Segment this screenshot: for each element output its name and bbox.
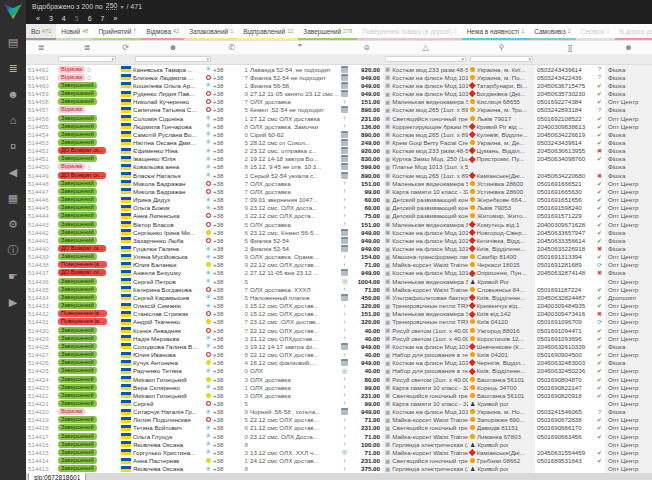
order-row[interactable]: 514454ЗавершенийСамотій Руслана Во...✳+3…: [26, 130, 652, 138]
order-row[interactable]: 514442ЗавершенийСергіюнко Ірина Ми...+38…: [26, 228, 652, 236]
tab-Відмова[interactable]: Відмова42: [141, 24, 184, 40]
statistics-icon[interactable]: ▦: [0, 185, 26, 211]
announcements-icon[interactable]: ◀: [0, 159, 26, 185]
order-row[interactable]: 514431Повернення (в...Андрій Ткаченко+38…: [26, 318, 652, 326]
order-row[interactable]: 514440ДО Возврат ск...Гуцалюк Галина✳+38…: [26, 244, 652, 252]
orders-icon[interactable]: ≣: [0, 55, 26, 81]
column-client-header[interactable]: ☻: [133, 41, 213, 54]
order-row[interactable]: 514451ЗавершенийІващенко Юлія✳+38219.12 …: [26, 155, 652, 163]
order-row[interactable]: 514415ЗавершенийГоргулько Христина...✳+3…: [26, 448, 652, 456]
order-row[interactable]: 514459ЗавершенийРуденко Лидия Пав...+389…: [26, 89, 652, 97]
order-row[interactable]: 514425ЗавершенийРадченко Тетяна✳+380ОЛХ◎…: [26, 367, 652, 375]
order-row[interactable]: 514419ЗавершенийЛилия Подолинская+38522.…: [26, 416, 652, 424]
order-row[interactable]: 514460ЗавершенийКошелева Ольга Ар...✳+38…: [26, 81, 652, 89]
order-row[interactable]: 514448ЗавершенийМикола Бадражан+387ОЛХ д…: [26, 179, 652, 187]
tab-Відправлений[interactable]: Відправлений12: [238, 24, 298, 40]
column-address-header[interactable]: ⚲: [468, 41, 535, 54]
column-status-header-filter-input[interactable]: ▾: [58, 56, 116, 62]
order-row[interactable]: 514445ЗавершенийОльга Божик✳+38923.12 см…: [26, 204, 652, 212]
address-text: Київ 04120: [477, 318, 508, 325]
tab-Сервіси[interactable]: Сервіси0: [576, 24, 615, 40]
column-client-header-filter-input[interactable]: ▾: [135, 56, 211, 62]
page-number[interactable]: 5: [75, 15, 79, 22]
settings-icon[interactable]: ⚙: [0, 211, 26, 237]
order-row[interactable]: 514424ЗавершенийМихаил Гилецький+383ОЛХ …: [26, 375, 652, 383]
column-call-header[interactable]: ⟳: [118, 41, 133, 54]
tab-Запакований[interactable]: Запакований1: [184, 24, 238, 40]
order-row[interactable]: 514452ДО Возврат ск...Єфименко Ніна✳+382…: [26, 147, 652, 155]
order-row[interactable]: 514428ЗавершенийСолодкова Галина В...✳+3…: [26, 342, 652, 350]
tab-Нема в наявності[interactable]: Нема в наявності1: [462, 24, 530, 40]
order-row[interactable]: 514446ЗавершенийИрина Дидух✳+38709.01 зв…: [26, 196, 652, 204]
tab-Завершений[interactable]: Завершений278: [298, 24, 357, 40]
column-products-header-filter-input[interactable]: ▾: [385, 56, 466, 62]
pager-nav-icon[interactable]: »: [113, 15, 117, 22]
order-row[interactable]: 514441ЗавершенийЗахарченко Люба+385Фиалк…: [26, 236, 652, 244]
tab-В дорозі додому[interactable]: В дорозі додому0: [615, 24, 652, 40]
store-icon[interactable]: ⌂: [0, 107, 26, 133]
column-id-header[interactable]: ≣: [26, 41, 56, 54]
order-row[interactable]: 514436ЗавершенийСергей Петров✳+385◎1004.…: [26, 277, 652, 285]
order-row[interactable]: 514426ЗавершенийКучук Антонина+38416.12 …: [26, 359, 652, 367]
order-status-cell: Повернення (в...: [56, 318, 118, 326]
order-row[interactable]: 514417ЗавершенийОльга Глущук✳+38023.12 с…: [26, 432, 652, 440]
order-row[interactable]: 514420ВідмоваСитарчук Наталія Гр...✳+389…: [26, 408, 652, 416]
order-row[interactable]: 514434ЗавершенийСергей Карамышев✳+385Нал…: [26, 293, 652, 301]
page-number[interactable]: 4: [62, 15, 66, 22]
order-row[interactable]: 514449ДО Возврат ск...Власюк Наталья✳+38…: [26, 171, 652, 179]
page-number[interactable]: 3: [49, 15, 53, 22]
order-row[interactable]: 514457ВідмоваСапегина Татьяна С...+385Ке…: [26, 106, 652, 114]
column-comment-header[interactable]: ❞: [250, 41, 350, 54]
column-products-header[interactable]: △: [383, 41, 468, 54]
column-status-header[interactable]: ≣: [56, 41, 118, 54]
support-icon[interactable]: ☛: [0, 263, 26, 289]
order-row[interactable]: 514443ЗавершенийВіктор Власов+385ОЛХ дос…: [26, 220, 652, 228]
column-manager-header[interactable]: ☻: [605, 41, 652, 54]
order-row[interactable]: 514429ЗавершенийНадія Мерзаєва✳+38321.12…: [26, 334, 652, 342]
order-row[interactable]: 514437ДО Возврат ск...Анжела Безушку✳+38…: [26, 269, 652, 277]
order-row[interactable]: 514447ЗавершенийМикола Бадражан+387ОЛХ д…: [26, 187, 652, 195]
clients-icon[interactable]: ☻: [0, 81, 26, 107]
order-row[interactable]: 514458ЗавершенийНиколай Кучеренко+387ОЛХ…: [26, 98, 652, 106]
column-ttn-header[interactable]: ][: [535, 41, 605, 54]
order-row[interactable]: 514421ЗавершенийСергей+385↑99.00▣Карта п…: [26, 399, 652, 407]
tab-Всі[interactable]: Всі471: [26, 24, 56, 40]
order-row[interactable]: 514455ЗавершенийЛюдмила Гончарова✳+388ОЛ…: [26, 122, 652, 130]
order-row[interactable]: 514416ЗавершенийЯковлева Оксана✳+388↑100…: [26, 440, 652, 448]
tab-Прийнятий[interactable]: Прийнятий7: [93, 24, 141, 40]
page-number[interactable]: 7: [101, 15, 105, 22]
order-row[interactable]: 514432Повернення (в...Станіслав Стрижак+…: [26, 310, 652, 318]
tab-Повернення товару (в дорозі)[interactable]: Повернення товару (в дорозі)0: [357, 24, 461, 40]
order-row[interactable]: 514450Відмова◷Ковальова анна✳+38815.12. …: [26, 163, 652, 171]
order-row[interactable]: 514433ЗавершенийОлексій Семанін✳+38315.1…: [26, 302, 652, 310]
order-row[interactable]: 514461Відмова◷Близнюк Людмила ...+387Фиа…: [26, 73, 652, 81]
column-payment-header[interactable]: ⊜: [350, 41, 383, 54]
order-row[interactable]: 514422ЗавершенийМихаил Гилецький+383ОЛХ …: [26, 391, 652, 399]
column-phone-header[interactable]: ✆: [213, 41, 250, 54]
order-row[interactable]: 514423ЗавершенийВера Скляренко✳+381ОЛХ д…: [26, 383, 652, 391]
column-call-header-filter: [118, 55, 133, 64]
order-row[interactable]: 514444ЗавершенийАнна Липенська+38322.12 …: [26, 212, 652, 220]
order-row[interactable]: 514413ЗавершенийЯковлева Оксана✳+388↑375…: [26, 465, 652, 473]
order-row[interactable]: 514462Відмова◷Каневська Тамара ...✳+381Л…: [26, 65, 652, 73]
order-row[interactable]: 514418ЗавершенийТетяна Войтович✳+38621.1…: [26, 424, 652, 432]
page-number[interactable]: 6: [88, 15, 92, 22]
order-row[interactable]: 514435ЗавершенийКатерина Богданова+387ОЛ…: [26, 285, 652, 293]
column-address-header-filter-input[interactable]: ▾: [470, 56, 533, 62]
order-row[interactable]: 514414ЗавершенийАнна Пастернак+38124.12 …: [26, 457, 652, 465]
tab-Новий[interactable]: Новий48: [56, 24, 93, 40]
order-row[interactable]: 514453ЗавершенийНікітіна Оксана Дми...✳+…: [26, 138, 652, 146]
order-row[interactable]: 514456ЗавершенийСоломія Сідоніна✳+38127.…: [26, 114, 652, 122]
video-tutorial-icon[interactable]: ▶: [0, 289, 26, 315]
order-row[interactable]: 514430ЗавершенийКсенія Левадняя+38722.12…: [26, 326, 652, 334]
order-row[interactable]: 514439ЗавершенийУляна Мусійовська✳+389ОЛ…: [26, 253, 652, 261]
finance-icon[interactable]: ¤: [0, 133, 26, 159]
order-row[interactable]: 514427ЗавершенийЮлия Иванова+38822.12 см…: [26, 350, 652, 358]
tab-Самовивіз[interactable]: Самовивіз2: [529, 24, 576, 40]
order-row[interactable]: 514438Повернення (в...Юлия Баланюк+38922…: [26, 261, 652, 269]
pager-nav-icon[interactable]: «: [36, 15, 40, 22]
country-flag-cell: [118, 285, 133, 293]
page-size-dropdown[interactable]: 250: [106, 2, 118, 10]
info-icon[interactable]: ⓘ: [0, 237, 26, 263]
dashboard-icon[interactable]: ▤: [0, 29, 26, 55]
